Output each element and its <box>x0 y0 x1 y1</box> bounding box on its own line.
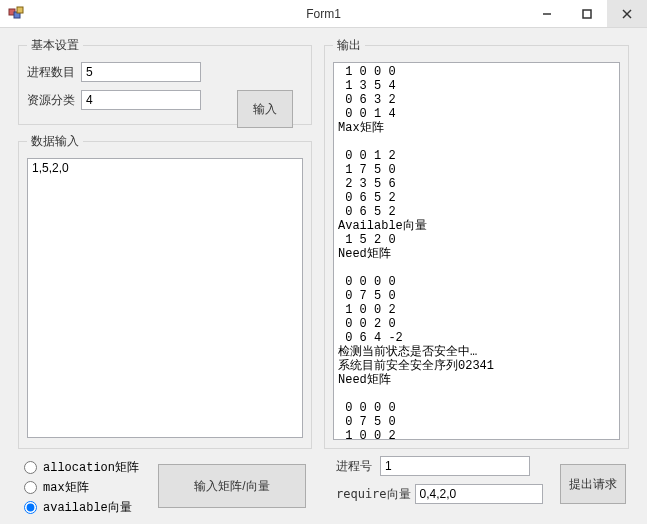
close-button[interactable] <box>607 0 647 27</box>
input-matrix-button[interactable]: 输入矩阵/向量 <box>158 464 306 508</box>
output-textarea[interactable] <box>333 62 620 440</box>
radio-max[interactable] <box>24 481 37 494</box>
group-output-legend: 输出 <box>333 37 365 54</box>
input-process-id[interactable] <box>380 456 530 476</box>
submit-request-button[interactable]: 提出请求 <box>560 464 626 504</box>
matrix-type-radios: allocation矩阵 max矩阵 available向量 <box>24 456 144 519</box>
app-icon <box>8 6 24 22</box>
group-data-input: 数据输入 <box>18 133 312 449</box>
input-require-vector[interactable] <box>415 484 543 504</box>
svg-rect-2 <box>17 7 23 13</box>
group-output: 输出 <box>324 37 629 449</box>
label-resource-types: 资源分类 <box>27 92 75 109</box>
radio-available[interactable] <box>24 501 37 514</box>
label-process-id: 进程号 <box>336 458 372 475</box>
label-process-count: 进程数目 <box>27 64 75 81</box>
client-area: 基本设置 进程数目 资源分类 输入 数据输入 输出 allocation矩阵 <box>0 28 647 524</box>
group-data-legend: 数据输入 <box>27 133 83 150</box>
radio-max-label[interactable]: max矩阵 <box>43 479 89 496</box>
label-require-vector: require向量 <box>336 486 411 503</box>
input-process-count[interactable] <box>81 62 201 82</box>
input-resource-types[interactable] <box>81 90 201 110</box>
group-basic-settings: 基本设置 进程数目 资源分类 输入 <box>18 37 312 125</box>
group-basic-legend: 基本设置 <box>27 37 83 54</box>
radio-allocation[interactable] <box>24 461 37 474</box>
data-input-textarea[interactable] <box>27 158 303 438</box>
titlebar: Form1 <box>0 0 647 28</box>
radio-allocation-label[interactable]: allocation矩阵 <box>43 459 139 476</box>
radio-available-label[interactable]: available向量 <box>43 499 132 516</box>
window-buttons <box>527 0 647 27</box>
minimize-button[interactable] <box>527 0 567 27</box>
svg-rect-4 <box>583 10 591 18</box>
maximize-button[interactable] <box>567 0 607 27</box>
input-button[interactable]: 输入 <box>237 90 293 128</box>
